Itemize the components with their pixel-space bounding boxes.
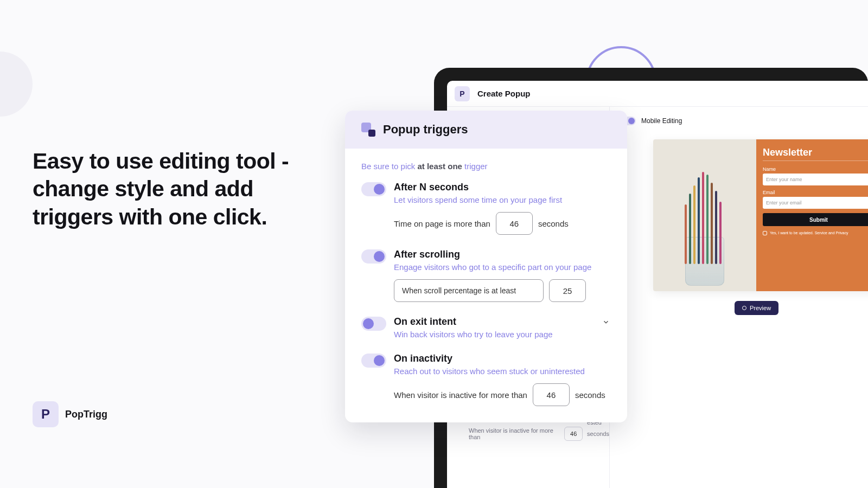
popup-consent-checkbox[interactable] — [763, 231, 767, 235]
bg-decoration-circle — [0, 52, 33, 117]
brand-logo-initial: P — [41, 407, 50, 422]
trigger-after-seconds: After N seconds Let visitors spend some … — [361, 182, 611, 235]
trigger-after-seconds-desc: Let visitors spend some time on your pag… — [394, 195, 611, 204]
popup-submit-button[interactable]: Submit — [763, 213, 868, 226]
trigger-inactivity-desc: Reach out to visitors who seem stuck or … — [394, 367, 611, 376]
trigger-exit-intent: On exit intent Win back visitors who try… — [361, 316, 611, 339]
app-right-pane: Mobile Editing — [610, 107, 868, 488]
brand: P PopTrigg — [33, 401, 107, 427]
popup-name-label: Name — [763, 166, 868, 172]
popup-consent-text: Yes, I want to be updated. Service and P… — [770, 230, 848, 235]
popup-email-label: Email — [763, 190, 868, 195]
bg-inactive-unit: seconds — [587, 431, 609, 437]
trigger-inactivity-title: On inactivity — [394, 353, 611, 364]
popup-email-input[interactable]: Enter your email — [763, 197, 868, 209]
trigger-exit-intent-toggle[interactable] — [361, 317, 386, 331]
app-logo-icon: P — [455, 86, 470, 101]
trigger-after-scrolling: After scrolling Engage visitors who got … — [361, 249, 611, 302]
chevron-down-icon[interactable] — [601, 317, 611, 327]
trigger-after-seconds-unit: seconds — [538, 219, 569, 228]
app-header-title: Create Popup — [477, 89, 531, 98]
panel-title: Popup triggers — [383, 123, 468, 137]
panel-hint: Be sure to pick at least one trigger — [361, 162, 611, 171]
brand-name: PopTrigg — [65, 409, 107, 420]
trigger-after-seconds-label: Time on page is more than — [394, 219, 490, 228]
trigger-inactivity-toggle[interactable] — [361, 354, 386, 368]
trigger-after-seconds-toggle[interactable] — [361, 182, 386, 196]
panel-header: Popup triggers — [345, 111, 627, 149]
hero-headline: Easy to use editing tool - change style … — [33, 147, 336, 231]
trigger-exit-intent-desc: Win back visitors who try to leave your … — [394, 330, 611, 339]
trigger-scroll-value-input[interactable]: 25 — [549, 279, 586, 302]
trigger-inactivity-label: When visitor is inactive for more than — [394, 390, 527, 400]
popup-triggers-panel: Popup triggers Be sure to pick at least … — [345, 111, 627, 422]
trigger-after-seconds-title: After N seconds — [394, 182, 611, 193]
popup-name-input[interactable]: Enter your name — [763, 174, 868, 185]
trigger-after-scrolling-desc: Engage visitors who got to a specific pa… — [394, 262, 611, 272]
bg-inactive-label: When visitor is inactive for more than — [469, 427, 560, 440]
preview-button[interactable]: Preview — [735, 301, 778, 315]
trigger-exit-intent-title: On exit intent — [394, 316, 456, 328]
popup-preview-image — [653, 139, 756, 291]
bg-inactive-value[interactable]: 46 — [564, 427, 583, 441]
trigger-after-seconds-input[interactable]: 46 — [496, 212, 533, 235]
brand-logo: P — [33, 401, 59, 427]
preview-dot-icon — [742, 306, 746, 310]
mobile-editing-row: Mobile Editing — [620, 117, 858, 125]
preview-button-label: Preview — [750, 305, 771, 311]
mobile-editing-label: Mobile Editing — [641, 117, 682, 125]
popup-triggers-icon — [361, 123, 375, 137]
trigger-inactivity-input[interactable]: 46 — [533, 383, 570, 406]
popup-preview-form: Newsletter Name Enter your name Email En… — [756, 139, 868, 291]
trigger-inactivity: On inactivity Reach out to visitors who … — [361, 353, 611, 406]
popup-preview-card: Newsletter Name Enter your name Email En… — [653, 139, 868, 291]
trigger-after-scrolling-toggle[interactable] — [361, 249, 386, 264]
popup-form-title: Newsletter — [763, 147, 868, 158]
trigger-inactivity-unit: seconds — [575, 390, 605, 400]
trigger-scroll-condition-dropdown[interactable]: When scroll percentage is at least — [394, 279, 544, 302]
trigger-after-scrolling-title: After scrolling — [394, 249, 611, 260]
app-header: P Create Popup — [447, 81, 868, 107]
